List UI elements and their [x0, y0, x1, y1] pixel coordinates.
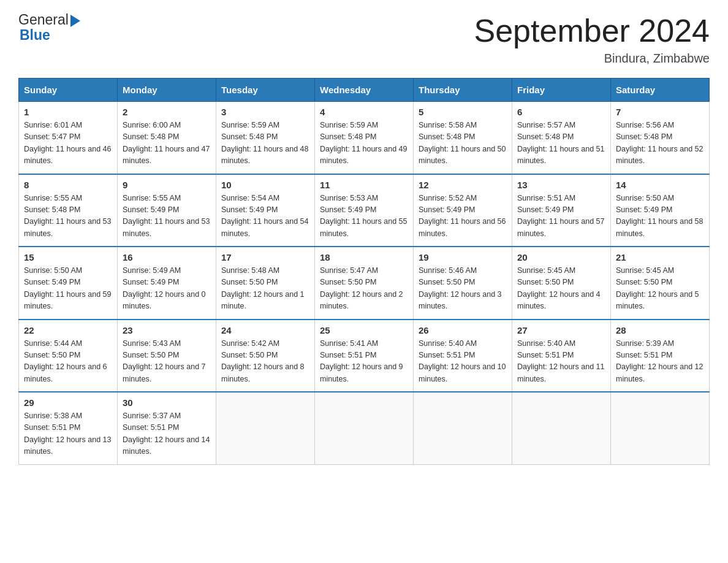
calendar-table: SundayMondayTuesdayWednesdayThursdayFrid… [18, 78, 710, 465]
day-info: Sunrise: 5:41 AMSunset: 5:51 PMDaylight:… [320, 338, 408, 386]
day-info: Sunrise: 5:59 AMSunset: 5:48 PMDaylight:… [221, 120, 309, 167]
calendar-cell: 21Sunrise: 5:45 AMSunset: 5:50 PMDayligh… [611, 247, 710, 320]
day-number: 27 [517, 325, 605, 335]
calendar-cell [216, 392, 315, 464]
calendar-week-row: 8Sunrise: 5:55 AMSunset: 5:48 PMDaylight… [19, 174, 710, 247]
day-info: Sunrise: 5:51 AMSunset: 5:49 PMDaylight:… [517, 193, 605, 240]
calendar-week-row: 22Sunrise: 5:44 AMSunset: 5:50 PMDayligh… [19, 320, 710, 393]
day-number: 10 [221, 180, 309, 190]
day-number: 14 [616, 180, 704, 190]
day-info: Sunrise: 5:47 AMSunset: 5:50 PMDaylight:… [320, 265, 408, 313]
calendar-cell: 19Sunrise: 5:46 AMSunset: 5:50 PMDayligh… [414, 247, 512, 320]
day-info: Sunrise: 6:00 AMSunset: 5:48 PMDaylight:… [123, 120, 211, 167]
day-number: 2 [123, 107, 211, 117]
day-info: Sunrise: 5:40 AMSunset: 5:51 PMDaylight:… [419, 338, 507, 386]
day-number: 8 [24, 180, 112, 190]
calendar-cell [611, 392, 710, 464]
day-number: 21 [616, 252, 704, 262]
day-info: Sunrise: 5:59 AMSunset: 5:48 PMDaylight:… [320, 120, 408, 167]
calendar-cell: 25Sunrise: 5:41 AMSunset: 5:51 PMDayligh… [315, 320, 414, 393]
day-number: 26 [419, 325, 507, 335]
day-number: 25 [320, 325, 408, 335]
day-number: 3 [221, 107, 309, 117]
day-info: Sunrise: 5:55 AMSunset: 5:48 PMDaylight:… [24, 193, 112, 240]
day-info: Sunrise: 5:48 AMSunset: 5:50 PMDaylight:… [221, 265, 309, 313]
calendar-cell: 24Sunrise: 5:42 AMSunset: 5:50 PMDayligh… [216, 320, 315, 393]
calendar-cell: 16Sunrise: 5:49 AMSunset: 5:49 PMDayligh… [118, 247, 216, 320]
day-info: Sunrise: 5:50 AMSunset: 5:49 PMDaylight:… [616, 193, 704, 240]
calendar-cell: 17Sunrise: 5:48 AMSunset: 5:50 PMDayligh… [216, 247, 315, 320]
logo-blue-text: Blue [20, 28, 80, 43]
logo-general-text: General [18, 12, 69, 28]
month-year-title: September 2024 [474, 12, 710, 49]
day-number: 15 [24, 252, 112, 262]
calendar-cell: 20Sunrise: 5:45 AMSunset: 5:50 PMDayligh… [512, 247, 611, 320]
calendar-cell: 13Sunrise: 5:51 AMSunset: 5:49 PMDayligh… [512, 174, 611, 247]
day-info: Sunrise: 5:46 AMSunset: 5:50 PMDaylight:… [419, 265, 507, 313]
calendar-cell [414, 392, 512, 464]
page-header: General Blue September 2024 Bindura, Zim… [18, 12, 710, 66]
day-info: Sunrise: 5:52 AMSunset: 5:49 PMDaylight:… [419, 193, 507, 240]
calendar-cell: 12Sunrise: 5:52 AMSunset: 5:49 PMDayligh… [414, 174, 512, 247]
calendar-cell: 1Sunrise: 6:01 AMSunset: 5:47 PMDaylight… [19, 102, 118, 174]
day-info: Sunrise: 5:45 AMSunset: 5:50 PMDaylight:… [517, 265, 605, 313]
day-info: Sunrise: 5:50 AMSunset: 5:49 PMDaylight:… [24, 265, 112, 313]
day-info: Sunrise: 5:49 AMSunset: 5:49 PMDaylight:… [123, 265, 211, 313]
day-info: Sunrise: 5:39 AMSunset: 5:51 PMDaylight:… [616, 338, 704, 386]
day-number: 30 [123, 397, 211, 408]
calendar-cell: 10Sunrise: 5:54 AMSunset: 5:49 PMDayligh… [216, 174, 315, 247]
day-info: Sunrise: 5:45 AMSunset: 5:50 PMDaylight:… [616, 265, 704, 313]
calendar-cell: 15Sunrise: 5:50 AMSunset: 5:49 PMDayligh… [19, 247, 118, 320]
day-number: 6 [517, 107, 605, 117]
day-info: Sunrise: 5:54 AMSunset: 5:49 PMDaylight:… [221, 193, 309, 240]
day-info: Sunrise: 5:43 AMSunset: 5:50 PMDaylight:… [123, 338, 211, 386]
calendar-cell: 7Sunrise: 5:56 AMSunset: 5:48 PMDaylight… [611, 102, 710, 174]
calendar-cell: 3Sunrise: 5:59 AMSunset: 5:48 PMDaylight… [216, 102, 315, 174]
day-number: 17 [221, 252, 309, 262]
day-info: Sunrise: 5:53 AMSunset: 5:49 PMDaylight:… [320, 193, 408, 240]
title-section: September 2024 Bindura, Zimbabwe [474, 12, 710, 66]
calendar-header-row: SundayMondayTuesdayWednesdayThursdayFrid… [19, 79, 710, 102]
col-header-tuesday: Tuesday [216, 79, 315, 102]
calendar-cell: 30Sunrise: 5:37 AMSunset: 5:51 PMDayligh… [118, 392, 216, 464]
calendar-week-row: 15Sunrise: 5:50 AMSunset: 5:49 PMDayligh… [19, 247, 710, 320]
day-number: 19 [419, 252, 507, 262]
calendar-cell: 8Sunrise: 5:55 AMSunset: 5:48 PMDaylight… [19, 174, 118, 247]
col-header-friday: Friday [512, 79, 611, 102]
day-number: 5 [419, 107, 507, 117]
col-header-thursday: Thursday [414, 79, 512, 102]
day-number: 20 [517, 252, 605, 262]
day-info: Sunrise: 5:58 AMSunset: 5:48 PMDaylight:… [419, 120, 507, 167]
calendar-cell: 4Sunrise: 5:59 AMSunset: 5:48 PMDaylight… [315, 102, 414, 174]
day-info: Sunrise: 5:44 AMSunset: 5:50 PMDaylight:… [24, 338, 112, 386]
day-number: 9 [123, 180, 211, 190]
day-info: Sunrise: 5:37 AMSunset: 5:51 PMDaylight:… [123, 410, 211, 458]
calendar-cell: 6Sunrise: 5:57 AMSunset: 5:48 PMDaylight… [512, 102, 611, 174]
calendar-cell: 28Sunrise: 5:39 AMSunset: 5:51 PMDayligh… [611, 320, 710, 393]
day-info: Sunrise: 5:56 AMSunset: 5:48 PMDaylight:… [616, 120, 704, 167]
day-info: Sunrise: 6:01 AMSunset: 5:47 PMDaylight:… [24, 120, 112, 167]
calendar-cell [315, 392, 414, 464]
calendar-cell: 18Sunrise: 5:47 AMSunset: 5:50 PMDayligh… [315, 247, 414, 320]
day-number: 11 [320, 180, 408, 190]
day-info: Sunrise: 5:38 AMSunset: 5:51 PMDaylight:… [24, 410, 112, 458]
day-info: Sunrise: 5:42 AMSunset: 5:50 PMDaylight:… [221, 338, 309, 386]
calendar-cell: 5Sunrise: 5:58 AMSunset: 5:48 PMDaylight… [414, 102, 512, 174]
calendar-cell: 29Sunrise: 5:38 AMSunset: 5:51 PMDayligh… [19, 392, 118, 464]
calendar-cell: 27Sunrise: 5:40 AMSunset: 5:51 PMDayligh… [512, 320, 611, 393]
day-number: 29 [24, 397, 112, 408]
col-header-monday: Monday [118, 79, 216, 102]
calendar-week-row: 1Sunrise: 6:01 AMSunset: 5:47 PMDaylight… [19, 102, 710, 174]
day-number: 23 [123, 325, 211, 335]
day-info: Sunrise: 5:40 AMSunset: 5:51 PMDaylight:… [517, 338, 605, 386]
day-number: 24 [221, 325, 309, 335]
calendar-cell: 22Sunrise: 5:44 AMSunset: 5:50 PMDayligh… [19, 320, 118, 393]
calendar-cell [512, 392, 611, 464]
calendar-week-row: 29Sunrise: 5:38 AMSunset: 5:51 PMDayligh… [19, 392, 710, 464]
day-number: 12 [419, 180, 507, 190]
day-number: 1 [24, 107, 112, 117]
logo: General Blue [18, 12, 80, 44]
day-number: 13 [517, 180, 605, 190]
logo-arrow-icon [70, 15, 80, 27]
location-subtitle: Bindura, Zimbabwe [474, 52, 710, 66]
